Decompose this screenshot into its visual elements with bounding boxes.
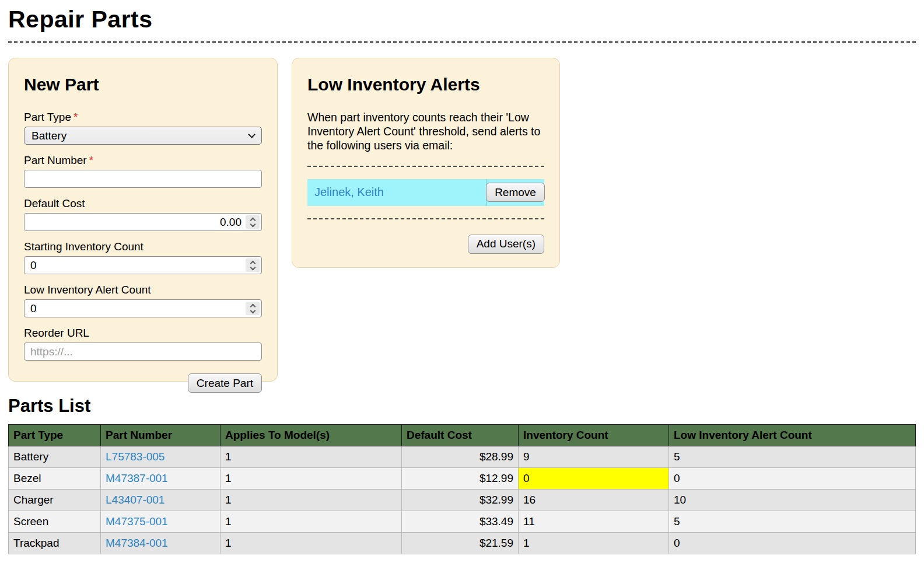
table-row: BatteryL75783-0051$28.9995 (9, 446, 916, 468)
default-cost-field: Default Cost (24, 197, 262, 231)
low-alert-count-cell: 5 (669, 511, 916, 533)
alerts-actions: Add User(s) (307, 235, 544, 254)
col-header-inventory-count: Inventory Count (519, 425, 669, 446)
chevron-down-icon (248, 131, 256, 138)
low-inventory-alert-input[interactable] (24, 300, 261, 317)
low-inventory-alerts-panel: Low Inventory Alerts When part inventory… (292, 58, 560, 268)
number-spinner[interactable] (246, 302, 260, 315)
low-inventory-alert-input-wrap (24, 299, 262, 317)
part-number-link[interactable]: M47387-001 (106, 472, 168, 484)
part-number-field: Part Number* (24, 154, 262, 188)
alert-user-row: Jelinek, Keith Remove (307, 179, 544, 206)
new-part-panel: New Part Part Type* Battery Part Number*… (8, 58, 278, 382)
part-type-cell: Battery (9, 446, 101, 468)
applies-to-cell: 1 (220, 511, 402, 533)
reorder-url-field: Reorder URL (24, 327, 262, 361)
part-type-cell: Screen (9, 511, 101, 533)
parts-list-title: Parts List (8, 396, 916, 417)
alert-user-name: Jelinek, Keith (307, 179, 487, 206)
part-number-link[interactable]: L75783-005 (106, 450, 164, 463)
part-number-cell: M47387-001 (101, 468, 220, 490)
part-number-input[interactable] (24, 170, 262, 188)
reorder-url-input[interactable] (24, 343, 262, 361)
low-inventory-alert-field: Low Inventory Alert Count (24, 284, 262, 317)
alert-user-remove-cell: Remove (487, 179, 544, 206)
starting-inventory-input[interactable] (24, 257, 261, 274)
title-divider (8, 41, 916, 43)
default-cost-input-wrap (24, 213, 262, 231)
low-alert-count-cell: 0 (669, 533, 916, 554)
number-spinner[interactable] (246, 215, 260, 229)
spinner-down-icon[interactable] (250, 264, 256, 270)
parts-table: Part Type Part Number Applies To Model(s… (8, 424, 916, 554)
inventory-count-cell: 1 (519, 533, 669, 554)
default-cost-input[interactable] (24, 214, 261, 230)
remove-user-button[interactable]: Remove (486, 183, 545, 202)
default-cost-cell: $21.59 (402, 533, 519, 554)
col-header-default-cost: Default Cost (402, 425, 519, 446)
applies-to-cell: 1 (220, 468, 402, 490)
default-cost-label: Default Cost (24, 197, 262, 210)
inventory-count-cell: 16 (519, 490, 669, 511)
applies-to-cell: 1 (220, 533, 402, 554)
default-cost-cell: $12.99 (402, 468, 519, 490)
reorder-url-label: Reorder URL (24, 327, 262, 340)
top-panels: New Part Part Type* Battery Part Number*… (8, 58, 916, 382)
number-spinner[interactable] (246, 258, 260, 272)
alerts-divider-bottom (307, 218, 544, 219)
part-type-field: Part Type* Battery (24, 111, 262, 145)
part-number-label: Part Number* (24, 154, 262, 167)
alerts-divider-top (307, 166, 544, 167)
part-type-label: Part Type* (24, 111, 262, 124)
required-asterisk: * (89, 154, 93, 166)
part-type-selected-value: Battery (32, 130, 66, 142)
default-cost-cell: $28.99 (402, 446, 519, 468)
inventory-count-cell: 9 (519, 446, 669, 468)
col-header-part-number: Part Number (101, 425, 220, 446)
part-number-cell: M47384-001 (101, 533, 220, 554)
applies-to-cell: 1 (220, 490, 402, 511)
part-type-select[interactable]: Battery (24, 127, 262, 145)
part-number-link[interactable]: M47384-001 (106, 537, 168, 549)
inventory-count-cell: 0 (519, 468, 669, 490)
low-alert-count-cell: 10 (669, 490, 916, 511)
spinner-down-icon[interactable] (250, 308, 256, 313)
low-inventory-alert-label: Low Inventory Alert Count (24, 284, 262, 296)
create-part-button[interactable]: Create Part (188, 373, 262, 393)
applies-to-cell: 1 (220, 446, 402, 468)
starting-inventory-label: Starting Inventory Count (24, 240, 262, 253)
new-part-actions: Create Part (24, 373, 262, 393)
col-header-low-alert-count: Low Inventory Alert Count (669, 425, 916, 446)
part-type-label-text: Part Type (24, 111, 71, 123)
starting-inventory-input-wrap (24, 256, 262, 274)
part-number-cell: L75783-005 (101, 446, 220, 468)
part-number-cell: M47375-001 (101, 511, 220, 533)
table-row: BezelM47387-0011$12.9900 (9, 468, 916, 490)
part-type-cell: Trackpad (9, 533, 101, 554)
table-row: ChargerL43407-0011$32.991610 (9, 490, 916, 511)
new-part-title: New Part (24, 75, 262, 95)
default-cost-cell: $32.99 (402, 490, 519, 511)
low-alert-count-cell: 0 (669, 468, 916, 490)
alerts-description: When part inventory counts reach their '… (307, 111, 544, 153)
part-type-cell: Charger (9, 490, 101, 511)
col-header-applies-to: Applies To Model(s) (220, 425, 402, 446)
alerts-title: Low Inventory Alerts (307, 75, 544, 95)
add-users-button[interactable]: Add User(s) (468, 235, 544, 254)
table-row: ScreenM47375-0011$33.49115 (9, 511, 916, 533)
page-title: Repair Parts (8, 6, 916, 33)
part-type-cell: Bezel (9, 468, 101, 490)
inventory-count-cell: 11 (519, 511, 669, 533)
col-header-part-type: Part Type (9, 425, 101, 446)
spinner-down-icon[interactable] (250, 221, 256, 227)
default-cost-cell: $33.49 (402, 511, 519, 533)
starting-inventory-field: Starting Inventory Count (24, 240, 262, 274)
part-number-link[interactable]: L43407-001 (106, 494, 164, 506)
part-number-link[interactable]: M47375-001 (106, 515, 168, 527)
table-header-row: Part Type Part Number Applies To Model(s… (9, 425, 916, 446)
part-number-label-text: Part Number (24, 154, 87, 166)
low-alert-count-cell: 5 (669, 446, 916, 468)
table-row: TrackpadM47384-0011$21.5910 (9, 533, 916, 554)
part-number-cell: L43407-001 (101, 490, 220, 511)
required-asterisk: * (74, 111, 78, 123)
